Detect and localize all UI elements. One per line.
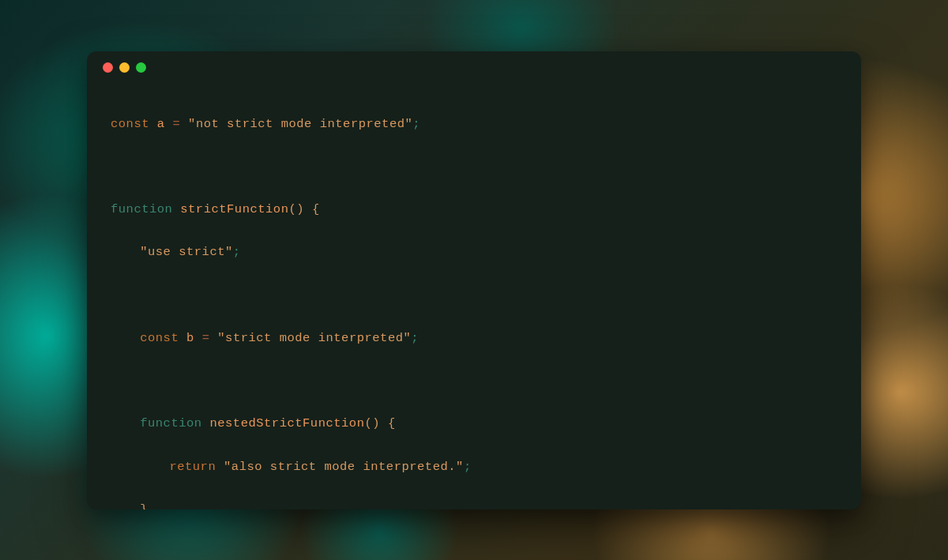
titlebar <box>87 51 861 85</box>
keyword-const: const <box>140 331 179 345</box>
code-line: const b = "strict mode interpreted"; <box>111 328 837 349</box>
string-literal: "strict mode interpreted" <box>217 331 411 345</box>
string-literal: "use strict" <box>140 245 233 259</box>
brace-open: { <box>312 202 320 216</box>
minimize-button[interactable] <box>119 62 130 73</box>
semicolon: ; <box>464 460 472 474</box>
keyword-function: function <box>111 202 172 216</box>
code-line-empty <box>111 156 837 178</box>
paren-open: ( <box>288 202 296 216</box>
paren-close: ) <box>372 416 380 430</box>
code-line: } <box>111 499 837 509</box>
keyword-const: const <box>111 117 149 131</box>
function-name: strictFunction <box>180 202 288 216</box>
string-literal: "not strict mode interpreted" <box>188 117 412 131</box>
operator-equals: = <box>202 331 210 345</box>
code-window: const a = "not strict mode interpreted";… <box>87 51 861 509</box>
maximize-button[interactable] <box>136 62 146 73</box>
code-line: function strictFunction() { <box>111 199 837 220</box>
close-button[interactable] <box>103 62 113 73</box>
keyword-function: function <box>140 416 201 430</box>
variable-b: b <box>186 331 194 345</box>
brace-open: { <box>388 416 396 430</box>
operator-equals: = <box>172 117 180 131</box>
paren-close: ) <box>296 202 304 216</box>
code-line: function nestedStrictFunction() { <box>111 413 837 434</box>
code-line: const a = "not strict mode interpreted"; <box>111 114 837 135</box>
semicolon: ; <box>412 117 420 131</box>
semicolon: ; <box>411 331 419 345</box>
function-name: nestedStrictFunction <box>209 416 364 430</box>
code-line: return "also strict mode interpreted."; <box>111 457 837 478</box>
code-editor[interactable]: const a = "not strict mode interpreted";… <box>87 85 861 509</box>
paren-open: ( <box>364 416 372 430</box>
code-line-empty <box>111 370 837 392</box>
semicolon: ; <box>233 245 241 259</box>
string-literal: "also strict mode interpreted." <box>224 460 464 474</box>
code-line-empty <box>111 285 837 306</box>
variable-a: a <box>157 117 165 131</box>
code-line: "use strict"; <box>111 242 837 263</box>
keyword-return: return <box>169 460 216 474</box>
brace-close: } <box>140 502 148 509</box>
